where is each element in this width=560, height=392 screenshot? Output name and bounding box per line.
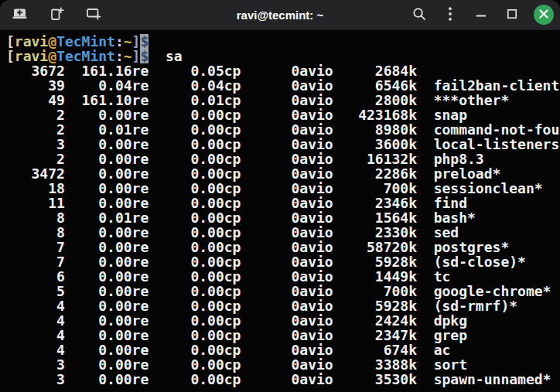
sa-output-row: 7 0.00re 0.00cp 0avio 5928k (sd-close)*: [6, 254, 560, 269]
new-window-icon: [12, 7, 27, 22]
command-text: sa: [149, 48, 182, 64]
prompt-segment: :: [115, 33, 124, 49]
sa-output-row: 4 0.00re 0.00cp 0avio 5928k (sd-rmrf)*: [6, 298, 560, 313]
prompt-segment: ravi: [15, 48, 48, 64]
prompt-segment: [: [6, 33, 15, 49]
prompt-segment: :: [115, 48, 124, 64]
prompt-line: [ravi@TecMint:~]$: [6, 34, 560, 49]
sa-output-row: 3 0.00re 0.00cp 0avio 3600k local-listen…: [6, 137, 560, 152]
prompt-segment: @: [48, 48, 56, 64]
split-tab-icon: [87, 7, 101, 23]
sa-output-row: 18 0.00re 0.00cp 0avio 700k sessionclean…: [6, 181, 560, 196]
sa-output-row: 7 0.00re 0.00cp 0avio 58720k postgres*: [6, 240, 560, 254]
menu-button[interactable]: [441, 5, 459, 24]
titlebar-left-controls: [10, 5, 103, 24]
sa-output-row: 2 0.00re 0.00cp 0avio 16132k php8.3: [6, 152, 560, 166]
prompt-segment: TecMint: [56, 33, 115, 49]
prompt-segment: [: [6, 48, 15, 64]
sa-output-row: 3 0.00re 0.00cp 0avio 3530k spawn-unname…: [6, 372, 560, 387]
new-window-button[interactable]: [10, 5, 29, 24]
split-tab-button[interactable]: [84, 5, 103, 24]
sa-output-row: 8 0.00re 0.00cp 0avio 2330k sed: [6, 225, 560, 240]
prompt-line: [ravi@TecMint:~]$ sa: [6, 49, 560, 63]
prompt-segment: ]: [132, 33, 141, 49]
titlebar-right-controls: [410, 5, 554, 25]
sa-output-row: 3672 161.16re 0.05cp 0avio 2684k: [6, 63, 560, 78]
terminal-window: ravi@tecmint: ~: [0, 0, 560, 392]
titlebar: ravi@tecmint: ~: [0, 0, 560, 30]
window-title: ravi@tecmint: ~: [237, 9, 324, 22]
prompt-symbol: $: [140, 49, 149, 63]
prompt-segment: ~: [124, 33, 132, 49]
maximize-icon: [507, 9, 517, 22]
sa-output-row: 49 161.10re 0.01cp 0avio 2800k ***other*: [6, 93, 560, 107]
maximize-button[interactable]: [503, 5, 521, 24]
prompt-segment: ~: [124, 48, 132, 64]
prompt-segment: TecMint: [56, 48, 115, 64]
sa-output-row: 4 0.00re 0.00cp 0avio 2347k grep: [6, 328, 560, 343]
close-icon: [539, 9, 548, 21]
close-button[interactable]: [534, 5, 554, 25]
minimize-icon: [476, 9, 487, 22]
search-icon: [412, 7, 426, 23]
search-button[interactable]: [410, 5, 429, 24]
sa-output-row: 4 0.00re 0.00cp 0avio 2424k dpkg: [6, 313, 560, 328]
sa-output-row: 3 0.00re 0.00cp 0avio 3388k sort: [6, 357, 560, 372]
sa-output-row: 6 0.00re 0.00cp 0avio 1449k tc: [6, 269, 560, 284]
sa-output-row: 11 0.00re 0.00cp 0avio 2346k find: [6, 196, 560, 210]
new-tab-icon: [50, 7, 64, 23]
sa-output-row: 8 0.01re 0.00cp 0avio 1564k bash*: [6, 210, 560, 225]
sa-output-row: 39 0.04re 0.04cp 0avio 6546k fail2ban-cl…: [6, 78, 560, 93]
prompt-segment: ravi: [15, 33, 48, 49]
sa-output-row: 3472 0.00re 0.00cp 0avio 2286k preload*: [6, 166, 560, 181]
sa-output-row: 4 0.00re 0.00cp 0avio 674k ac: [6, 343, 560, 357]
new-tab-button[interactable]: [47, 5, 66, 24]
sa-output-row: 2 0.00re 0.00cp 0avio 423168k snap: [6, 107, 560, 122]
menu-kebab-icon: [448, 6, 452, 24]
sa-output-row: 2 0.01re 0.00cp 0avio 8980k command-not-…: [6, 122, 560, 137]
prompt-symbol: $: [140, 34, 149, 49]
terminal-screen[interactable]: [ravi@TecMint:~]$[ravi@TecMint:~]$ sa 36…: [0, 30, 560, 392]
prompt-segment: ]: [132, 48, 141, 64]
sa-output-row: 5 0.00re 0.00cp 0avio 700k google-chrome…: [6, 284, 560, 298]
prompt-segment: @: [48, 33, 56, 49]
minimize-button[interactable]: [472, 5, 490, 24]
